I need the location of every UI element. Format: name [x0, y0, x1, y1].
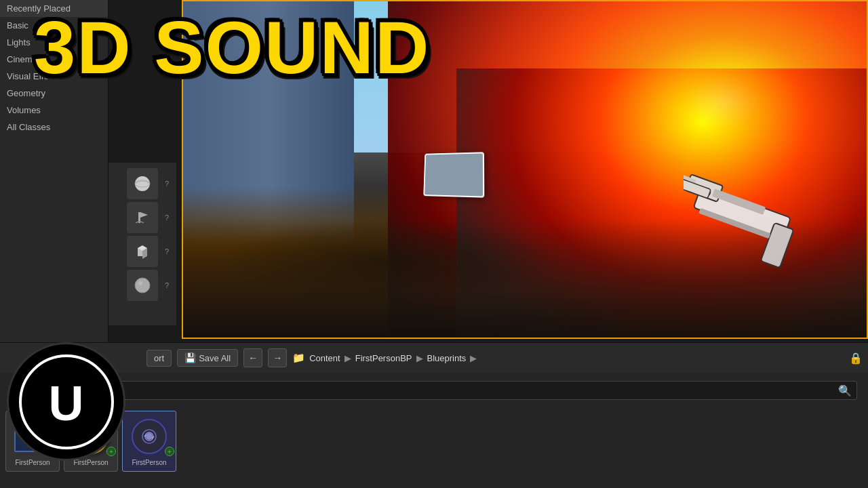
viewport-bg: [183, 1, 867, 338]
ue-logo: U: [7, 342, 125, 461]
svg-point-8: [138, 281, 142, 285]
ue-logo-inner: U: [19, 354, 114, 449]
breadcrumb-sep2: ▶: [416, 353, 423, 363]
back-icon: ←: [248, 352, 258, 363]
flag-help: ?: [165, 214, 169, 222]
forward-icon: →: [273, 352, 282, 363]
sidebar-item-visual[interactable]: Visual Effects: [0, 68, 108, 85]
search-wrapper: 🔍: [5, 377, 863, 404]
breadcrumb-sep3: ▶: [470, 353, 477, 363]
sphere-icon-btn[interactable]: ?: [127, 168, 158, 199]
asset-add-btn-3[interactable]: +: [165, 447, 174, 456]
breadcrumb-blueprints[interactable]: Blueprints: [427, 353, 467, 363]
bottom-toolbar: ort 💾 Save All ← → 📁 Content ▶ FirstPers…: [0, 342, 868, 373]
save-all-button[interactable]: 💾 Save All: [177, 349, 238, 367]
import-label: ort: [154, 353, 164, 363]
sidebar-item-allclasses[interactable]: All Classes: [0, 119, 108, 136]
content-browser: 🔍 📋 + FirstPerson + FirstPerson: [0, 373, 868, 488]
icon-panel: ? ? ? ?: [108, 163, 176, 325]
folder-icon-bc: 📁: [292, 352, 305, 364]
search-input[interactable]: [11, 381, 857, 400]
asset-thumb-sound: [129, 416, 170, 457]
sidebar-item-lights[interactable]: Lights: [0, 34, 108, 51]
ue-letter: U: [49, 379, 84, 428]
svg-marker-3: [140, 212, 148, 218]
sidebar-item-cinematic[interactable]: Cinematic: [0, 51, 108, 68]
svg-point-19: [148, 435, 151, 438]
breadcrumb: 📁 Content ▶ FirstPersonBP ▶ Blueprints ▶: [292, 352, 477, 364]
sidebar-left: Recently Placed Basic Lights Cinematic V…: [0, 0, 108, 346]
sidebar-item-recently[interactable]: Recently Placed: [0, 0, 108, 17]
breadcrumb-sep1: ▶: [344, 353, 351, 363]
sound-asset-thumb: [132, 419, 167, 454]
asset-add-btn-2[interactable]: +: [106, 447, 116, 456]
sidebar-item-basic[interactable]: Basic: [0, 17, 108, 34]
asset-label-3: FirstPerson: [123, 459, 176, 466]
gun-prop: [684, 145, 833, 338]
flag-icon-btn[interactable]: ?: [127, 202, 158, 233]
svg-point-0: [135, 176, 150, 191]
breadcrumb-content[interactable]: Content: [309, 353, 340, 363]
import-button[interactable]: ort: [146, 350, 172, 367]
save-disk-icon: 💾: [184, 352, 196, 363]
assets-row: 📋 + FirstPerson + FirstPerson: [0, 408, 868, 474]
sidebar-item-volumes[interactable]: Volumes: [0, 102, 108, 119]
save-all-label: Save All: [199, 353, 231, 363]
sphere-help: ?: [165, 180, 169, 188]
ball-help: ?: [165, 281, 169, 289]
ball-icon-btn[interactable]: ?: [127, 270, 158, 301]
asset-item-sound[interactable]: + FirstPerson: [122, 411, 176, 472]
smoke2-overlay: [217, 220, 559, 304]
sidebar-item-geometry[interactable]: Geometry: [0, 85, 108, 102]
lock-icon[interactable]: 🔒: [849, 352, 863, 365]
cube-icon-btn[interactable]: ?: [127, 236, 158, 267]
back-button[interactable]: ←: [243, 348, 262, 367]
main-viewport[interactable]: [182, 0, 868, 339]
forward-button[interactable]: →: [268, 348, 287, 367]
breadcrumb-firstpersonbp[interactable]: FirstPersonBP: [355, 353, 412, 363]
folder-prop: [422, 152, 490, 203]
cube-help: ?: [165, 247, 169, 256]
svg-point-7: [135, 278, 150, 293]
svg-point-18: [145, 432, 153, 441]
asset-label-1: FirstPerson: [6, 459, 59, 466]
